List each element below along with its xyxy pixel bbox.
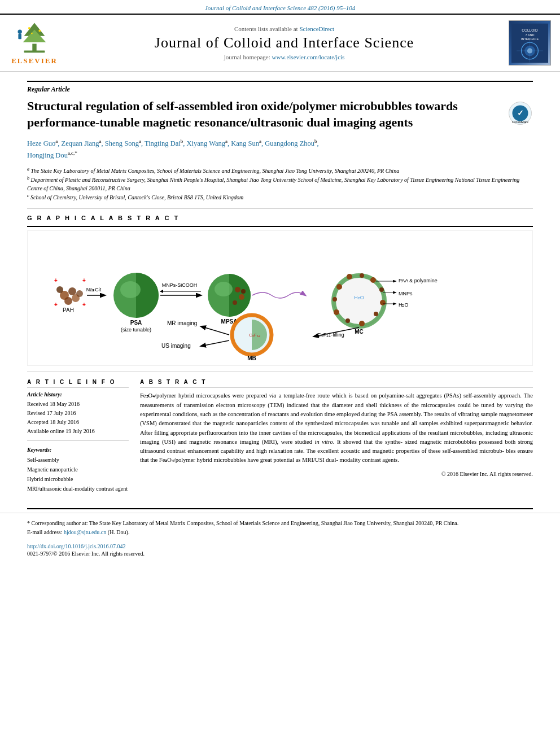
journal-thumbnail: COLLOID 7 AND INTERFACE (509, 20, 551, 65)
svg-point-45 (239, 294, 244, 300)
psa-group: PSA (size tunable) (113, 273, 159, 333)
accepted-date: Accepted 18 July 2016 (27, 418, 129, 427)
mc-group: H₂O PAA & polyamine MNPs H₂O MC (333, 273, 438, 335)
svg-rect-1 (24, 51, 45, 53)
revised-date: Revised 17 July 2016 (27, 409, 129, 418)
author-tingting-dai: Tingting Dai (145, 139, 181, 147)
doi-link[interactable]: http://dx.doi.org/10.1016/j.jcis.2016.07… (27, 543, 126, 549)
email-link[interactable]: hjdou@sjtu.edu.cn (64, 529, 106, 535)
science-direct-link[interactable]: ScienceDirect (299, 25, 334, 32)
svg-point-27 (76, 290, 83, 297)
svg-point-43 (215, 282, 233, 296)
journal-homepage: journal homepage: www.elsevier.com/locat… (67, 54, 502, 60)
affiliation-a: a The State Key Laboratory of Metal Matr… (27, 166, 533, 175)
svg-point-6 (28, 27, 30, 29)
author-sheng-song: Sheng Song (105, 139, 139, 147)
svg-text:COLLOID: COLLOID (522, 28, 538, 32)
svg-point-24 (64, 297, 72, 305)
svg-point-56 (380, 300, 386, 305)
two-column-section: A R T I C L E I N F O Article history: R… (27, 379, 533, 493)
journal-header: ELSEVIER Contents lists available at Sci… (0, 14, 560, 72)
received-date: Received 18 May 2016 (27, 400, 129, 409)
svg-text:MB: MB (247, 355, 256, 360)
keywords-list: Self-assembly Magnetic nanoparticle Hybr… (27, 455, 129, 493)
svg-point-55 (379, 287, 384, 292)
svg-text:MR imaging: MR imaging (167, 320, 197, 326)
svg-text:7 AND: 7 AND (525, 33, 534, 36)
abstract-column: A B S T R A C T Fe₃O₄/polymer hybrid mic… (140, 379, 533, 493)
svg-point-59 (345, 318, 350, 323)
svg-text:+: + (54, 302, 58, 308)
svg-point-8 (31, 33, 33, 34)
svg-point-7 (38, 30, 41, 32)
journal-center: Contents lists available at ScienceDirec… (67, 25, 502, 60)
corresponding-author-note: * Corresponding author at: The State Key… (27, 519, 533, 528)
svg-point-47 (241, 289, 246, 294)
author-zequan-jiang: Zequan Jiang (62, 139, 99, 147)
svg-text:US imaging: US imaging (161, 343, 191, 349)
svg-point-60 (334, 309, 339, 315)
affiliation-c: c School of Chemistry, University of Bri… (27, 193, 533, 202)
svg-text:CrossMark: CrossMark (512, 120, 529, 124)
keyword-2: Magnetic nanoparticle (27, 465, 129, 474)
keyword-4: MRI/ultrasonic dual-modality contrast ag… (27, 484, 129, 493)
keyword-1: Self-assembly (27, 455, 129, 465)
article-title: Structural regulation of self-assembled … (27, 98, 496, 130)
authors-line: Heze Guoa, Zequan Jianga, Sheng Songa, T… (27, 137, 533, 161)
svg-text:PAA & polyamine: PAA & polyamine (399, 278, 438, 283)
affiliations: a The State Key Laboratory of Metal Matr… (27, 166, 533, 202)
abstract-diagram-svg: + + + + PAH Na₃Cit (33, 236, 527, 360)
keywords-heading: Keywords: (27, 447, 129, 453)
abstract-heading: A B S T R A C T (140, 379, 533, 388)
svg-text:(size tunable): (size tunable) (121, 327, 151, 333)
section-divider-2 (27, 372, 533, 372)
pah-group: + + + + PAH (54, 277, 86, 313)
svg-text:H₂O: H₂O (354, 295, 364, 300)
journal-reference: Journal of Colloid and Interface Science… (0, 0, 560, 14)
email-line: E-mail address: hjdou@sjtu.edu.cn (H. Do… (27, 528, 533, 537)
svg-point-54 (370, 277, 376, 283)
svg-point-44 (235, 287, 240, 292)
journal-homepage-link[interactable]: www.elsevier.com/locate/jcis (272, 54, 345, 60)
footer-section: * Corresponding author at: The State Key… (0, 513, 560, 562)
author-hongjing-dou: Hongjing Dou (27, 152, 68, 160)
svg-point-61 (333, 297, 337, 302)
svg-text:C₆F₁₄: C₆F₁₄ (249, 333, 260, 338)
keyword-3: Hybrid microbubble (27, 474, 129, 484)
svg-text:H₂O: H₂O (399, 302, 409, 308)
svg-point-57 (374, 312, 378, 316)
svg-text:C₆F₁₄-filling: C₆F₁₄-filling (317, 332, 344, 338)
journal-cover-image: COLLOID 7 AND INTERFACE (511, 22, 548, 64)
science-direct-line: Contents lists available at ScienceDirec… (67, 25, 502, 32)
journal-title-header: Journal of Colloid and Interface Science (67, 34, 502, 51)
svg-line-77 (201, 326, 229, 335)
svg-text:MNPs-SiCOOH: MNPs-SiCOOH (162, 282, 198, 288)
article-info-heading: A R T I C L E I N F O (27, 379, 129, 388)
svg-text:Na₃Cit: Na₃Cit (86, 287, 102, 292)
elsevier-brand: ELSEVIER (11, 56, 58, 65)
svg-point-52 (347, 274, 352, 279)
svg-text:MC: MC (355, 329, 364, 335)
svg-line-78 (201, 340, 229, 346)
author-guangdong-zhou: Guangdong Zhou (265, 139, 314, 147)
svg-point-46 (233, 300, 237, 305)
available-date: Available online 19 July 2016 (27, 427, 129, 436)
footer-divider (27, 508, 533, 509)
svg-point-58 (359, 321, 365, 326)
svg-point-36 (120, 281, 141, 298)
info-divider (27, 440, 129, 441)
svg-point-26 (56, 286, 63, 293)
affiliation-b: b Department of Plastic and Reconstructi… (27, 175, 533, 193)
graphical-abstract-image: + + + + PAH Na₃Cit (27, 230, 533, 366)
abstract-text: Fe₃O₄/polymer hybrid microcapsules were … (140, 391, 533, 465)
author-kang-sun: Kang Sun (231, 139, 259, 147)
article-info-column: A R T I C L E I N F O Article history: R… (27, 379, 129, 493)
svg-rect-0 (32, 44, 36, 52)
svg-point-53 (360, 273, 364, 278)
svg-text:✓: ✓ (517, 108, 524, 117)
section-divider-1 (27, 208, 533, 209)
elsevier-logo: ELSEVIER (9, 20, 60, 65)
graphical-abstract: G R A P H I C A L A B S T R A C T (27, 215, 533, 366)
svg-text:+: + (82, 277, 86, 283)
article-history-heading: Article history: (27, 391, 129, 397)
